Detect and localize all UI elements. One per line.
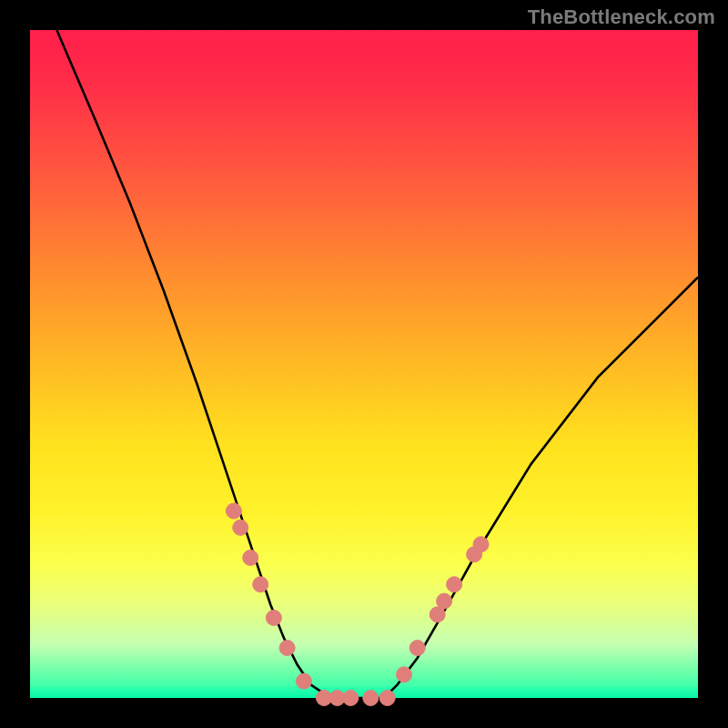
curve-svg [30,30,698,698]
curve-marker [379,691,395,706]
curve-marker [410,641,425,656]
curve-marker [363,691,379,706]
curve-marker [447,577,462,592]
curve-marker [253,577,268,592]
curve-marker [437,593,452,609]
curve-marker [233,520,248,535]
curve-marker [397,667,412,682]
curve-marker [226,503,241,519]
curve-marker [473,537,489,552]
curve-marker [243,550,258,565]
v-curve-path [56,30,698,698]
curve-marker [279,641,295,656]
curve-marker [266,610,281,625]
watermark-text: TheBottleneck.com [528,5,715,29]
chart-frame: TheBottleneck.com [0,0,728,728]
curve-markers [226,503,489,706]
curve-marker [343,691,359,706]
plot-area [30,30,698,698]
curve-marker [296,673,311,689]
